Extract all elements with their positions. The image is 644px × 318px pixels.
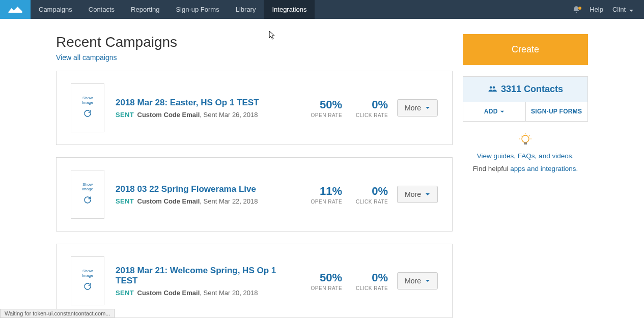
find-helpful-text: Find helpful apps and integrations.: [463, 165, 588, 172]
campaign-sent-date: , Sent Mar 26, 2018: [200, 111, 258, 119]
campaign-status: SENT: [116, 289, 134, 297]
campaign-meta: SENT Custom Code Email, Sent Mar 22, 201…: [116, 197, 296, 205]
sidebar: Create 3311 Contacts ADD SIGN-UP FORMS V…: [463, 34, 588, 172]
chevron-down-icon: [425, 105, 430, 110]
campaign-meta: SENT Custom Code Email, Sent Mar 20, 201…: [116, 289, 296, 297]
contacts-count: 3311 Contacts: [501, 84, 563, 95]
top-nav: Campaigns Contacts Reporting Sign-up For…: [0, 0, 644, 19]
campaign-card: ShowImage 2018 Mar 28: Easter, HS Op 1 T…: [56, 71, 453, 145]
notifications-icon[interactable]: [572, 6, 580, 14]
nav-reporting[interactable]: Reporting: [123, 0, 167, 19]
campaign-card: ShowImage 2018 Mar 21: Welcome Spring, H…: [56, 244, 453, 318]
campaign-sent-date: , Sent Mar 20, 2018: [200, 289, 258, 297]
more-button[interactable]: More: [397, 186, 438, 203]
show-image-text: ShowImage: [82, 183, 93, 192]
nav-items: Campaigns Contacts Reporting Sign-up For…: [31, 0, 315, 19]
help-link[interactable]: Help: [590, 6, 603, 13]
campaign-status: SENT: [116, 197, 134, 205]
lightbulb-icon: [518, 133, 533, 147]
svg-line-6: [529, 135, 530, 136]
open-rate-metric: 50% OPEN RATE: [296, 271, 342, 291]
view-all-campaigns-link[interactable]: View all campaigns: [56, 53, 117, 62]
nav-campaigns[interactable]: Campaigns: [31, 0, 80, 19]
signup-forms-button[interactable]: SIGN-UP FORMS: [526, 102, 588, 121]
contacts-header[interactable]: 3311 Contacts: [463, 77, 587, 102]
svg-rect-3: [524, 142, 527, 144]
click-rate-metric: 0% CLICK RATE: [342, 271, 388, 291]
reload-icon: [83, 195, 92, 206]
create-button[interactable]: Create: [463, 34, 588, 65]
browser-statusbar: Waiting for token-ui.constantcontact.com…: [0, 309, 115, 318]
nav-library[interactable]: Library: [228, 0, 264, 19]
click-rate-metric: 0% CLICK RATE: [342, 185, 388, 205]
show-image-text: ShowImage: [82, 269, 93, 278]
open-rate-metric: 11% OPEN RATE: [296, 185, 342, 205]
svg-line-5: [521, 135, 522, 136]
campaign-type: Custom Code Email: [137, 197, 200, 205]
user-menu[interactable]: Clint: [612, 6, 634, 13]
more-button[interactable]: More: [397, 99, 438, 117]
view-guides-link[interactable]: View guides, FAQs, and videos.: [463, 152, 588, 160]
reload-icon: [83, 282, 92, 293]
open-rate-metric: 50% OPEN RATE: [296, 98, 342, 118]
campaign-title[interactable]: 2018 Mar 28: Easter, HS Op 1 TEST: [116, 98, 296, 108]
campaign-thumbnail[interactable]: ShowImage: [71, 83, 104, 132]
campaign-card: ShowImage 2018 03 22 Spring Flowerama Li…: [56, 157, 453, 232]
svg-point-2: [522, 135, 529, 142]
more-button[interactable]: More: [397, 272, 438, 290]
campaign-meta: SENT Custom Code Email, Sent Mar 26, 201…: [116, 111, 296, 119]
campaign-list: ShowImage 2018 Mar 28: Easter, HS Op 1 T…: [56, 71, 453, 318]
contacts-box: 3311 Contacts ADD SIGN-UP FORMS: [463, 76, 588, 122]
svg-point-0: [490, 86, 492, 89]
campaign-type: Custom Code Email: [137, 111, 200, 119]
nav-integrations[interactable]: Integrations: [264, 0, 315, 19]
reload-icon: [83, 109, 92, 120]
nav-signup-forms[interactable]: Sign-up Forms: [167, 0, 227, 19]
campaign-status: SENT: [116, 111, 134, 119]
chevron-down-icon: [629, 7, 634, 12]
apps-integrations-link[interactable]: apps and integrations.: [510, 165, 578, 172]
page-title: Recent Campaigns: [56, 34, 453, 50]
nav-right: Help Clint: [572, 0, 644, 19]
contacts-icon: [488, 84, 497, 95]
main-content: Recent Campaigns View all campaigns Show…: [56, 34, 453, 318]
campaign-sent-date: , Sent Mar 22, 2018: [200, 197, 258, 205]
click-rate-metric: 0% CLICK RATE: [342, 98, 388, 118]
campaign-title[interactable]: 2018 Mar 21: Welcome Spring, HS Op 1 TES…: [116, 266, 296, 286]
show-image-text: ShowImage: [82, 96, 93, 105]
add-contacts-button[interactable]: ADD: [463, 102, 526, 121]
campaign-title[interactable]: 2018 03 22 Spring Flowerama Live: [116, 184, 296, 194]
nav-contacts[interactable]: Contacts: [80, 0, 123, 19]
chevron-down-icon: [425, 192, 430, 197]
campaign-type: Custom Code Email: [137, 289, 200, 297]
svg-point-1: [493, 86, 495, 89]
user-name: Clint: [612, 6, 626, 13]
chevron-down-icon: [425, 278, 430, 283]
campaign-thumbnail[interactable]: ShowImage: [71, 256, 104, 305]
campaign-thumbnail[interactable]: ShowImage: [71, 170, 104, 219]
logo[interactable]: [0, 0, 31, 19]
notification-dot: [578, 7, 581, 10]
chevron-down-icon: [500, 109, 505, 114]
